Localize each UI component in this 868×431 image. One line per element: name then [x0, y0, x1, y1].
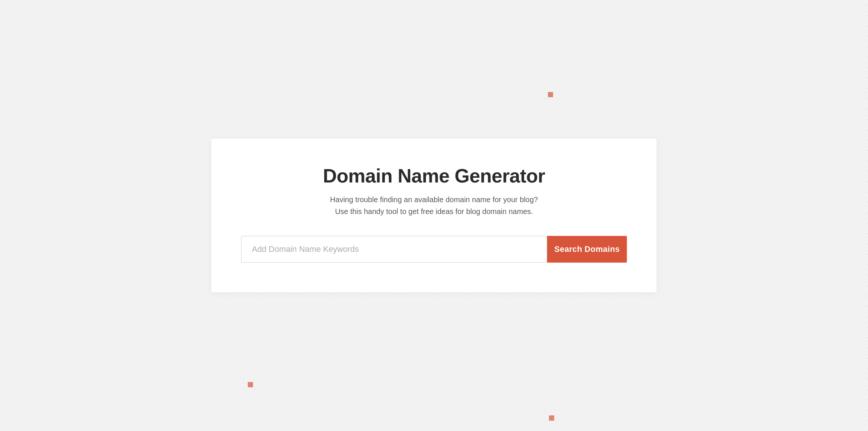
page-subtitle: Having trouble finding an available doma…: [241, 194, 627, 217]
search-input[interactable]: [241, 236, 547, 263]
page-title: Domain Name Generator: [241, 165, 627, 187]
search-domains-button[interactable]: Search Domains: [547, 236, 627, 263]
subtitle-line-1: Having trouble finding an available doma…: [330, 195, 538, 204]
accent-square-1: [548, 92, 553, 97]
accent-square-4: [549, 415, 554, 421]
accent-square-3: [248, 382, 253, 387]
search-row: Search Domains: [241, 236, 627, 263]
subtitle-line-2: Use this handy tool to get free ideas fo…: [335, 207, 533, 216]
main-card: Domain Name Generator Having trouble fin…: [211, 139, 657, 292]
